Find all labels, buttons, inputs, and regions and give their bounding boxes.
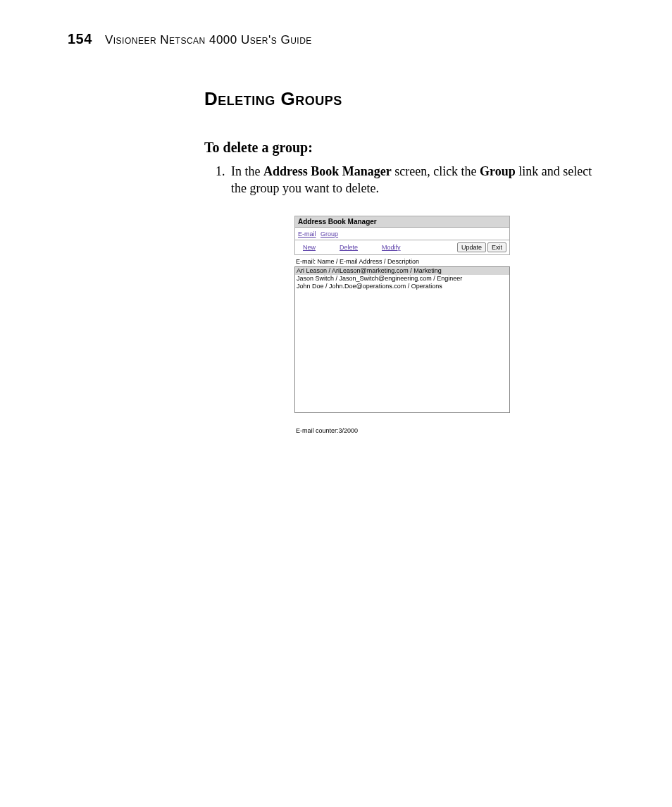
list-item[interactable]: Jason Switch / Jason_Switch@engineering.… [295, 275, 509, 283]
list-item[interactable]: John Doe / John.Doe@operations.com / Ope… [295, 283, 509, 290]
address-book-screenshot: Address Book Manager E-mail Group New De… [294, 216, 510, 434]
list-item[interactable]: Ari Leason / AriLeason@marketing.com / M… [295, 267, 509, 275]
subhead: To delete a group: [204, 140, 599, 156]
panel-title: Address Book Manager [294, 216, 510, 227]
tab-row: E-mail Group [294, 227, 510, 240]
running-head: Visioneer Netscan 4000 User's Guide [105, 33, 312, 47]
page-header: 154 Visioneer Netscan 4000 User's Guide [68, 31, 604, 47]
column-header: E-mail: Name / E-mail Address / Descript… [294, 255, 510, 266]
modify-link[interactable]: Modify [382, 244, 401, 251]
exit-button[interactable]: Exit [487, 242, 506, 252]
update-button[interactable]: Update [457, 242, 486, 252]
step-text-bold: Group [480, 164, 516, 178]
step-text: screen, click the [392, 164, 480, 178]
email-counter: E-mail counter:3/2000 [294, 427, 510, 434]
step-text: In the [231, 164, 263, 178]
step-list: In the Address Book Manager screen, clic… [204, 163, 599, 197]
step-text-bold: Address Book Manager [263, 164, 392, 178]
new-link[interactable]: New [303, 244, 316, 251]
email-list[interactable]: Ari Leason / AriLeason@marketing.com / M… [294, 266, 510, 413]
delete-link[interactable]: Delete [340, 244, 358, 251]
step-item: In the Address Book Manager screen, clic… [228, 163, 599, 197]
toolbar: New Delete Modify Update Exit [294, 240, 510, 255]
page-number: 154 [68, 31, 92, 47]
tab-group[interactable]: Group [321, 230, 338, 238]
tab-email[interactable]: E-mail [298, 230, 316, 238]
section-title: Deleting Groups [204, 88, 599, 110]
